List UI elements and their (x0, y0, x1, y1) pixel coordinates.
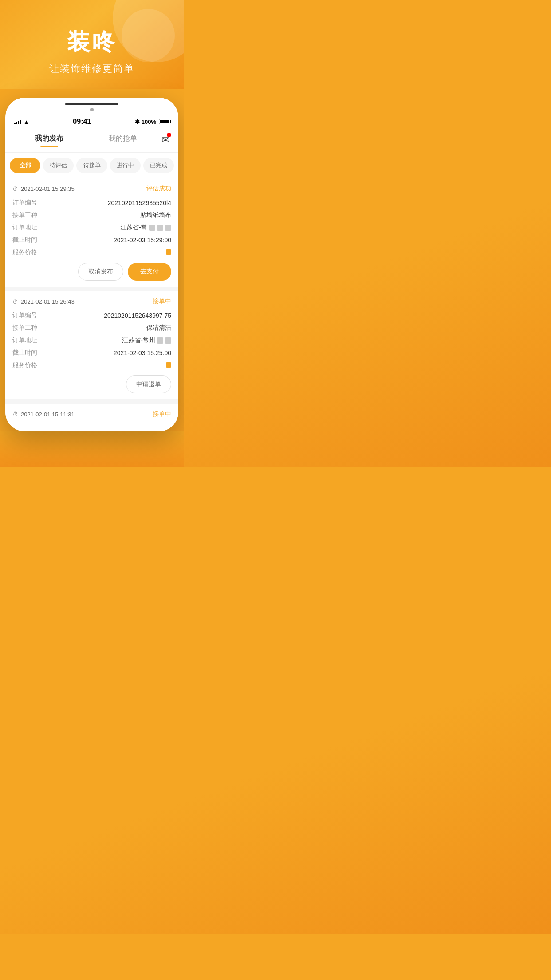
order-2-address-value: 江苏省-常州 (39, 336, 171, 344)
order-2-jobtype-value: 保洁清洁 (39, 324, 171, 332)
order-2-header: ⏱ 2021-02-01 15:26:43 接单中 (12, 297, 171, 305)
filter-tab-pending-order[interactable]: 待接单 (76, 158, 107, 173)
notch-bar (65, 103, 118, 105)
order-2-price-row: 服务价格 (12, 361, 171, 369)
blur-4 (157, 337, 163, 344)
filter-tab-pending-estimate[interactable]: 待评估 (43, 158, 74, 173)
orange-header: 装咚 让装饰维修更简单 (0, 0, 184, 89)
order-1-number-row: 订单编号 20210201152935520l4 (12, 199, 171, 207)
order-1-header: ⏱ 2021-02-01 15:29:35 评估成功 (12, 185, 171, 193)
phone-frame: ▲ 09:41 ✱ 100% 我的发布 我的抢单 ✉ 全部 待评估 待 (5, 98, 178, 431)
blur-1 (149, 225, 155, 231)
order-1-time: ⏱ 2021-02-01 15:29:35 (12, 186, 75, 192)
order-2-number-label: 订单编号 (12, 312, 39, 320)
phone-dot (90, 108, 94, 111)
filter-tabs: 全部 待评估 待接单 进行中 已完成 (5, 153, 178, 178)
order-1-time-text: 2021-02-01 15:29:35 (21, 186, 75, 192)
apply-refund-button[interactable]: 申请退单 (126, 375, 171, 393)
blur-3 (165, 225, 171, 231)
clock-icon-2: ⏱ (12, 298, 18, 305)
order-2-number-row: 订单编号 20210201152643997 75 (12, 312, 171, 320)
filter-tab-all[interactable]: 全部 (10, 158, 40, 173)
phone-wrapper: ▲ 09:41 ✱ 100% 我的发布 我的抢单 ✉ 全部 待评估 待 (0, 98, 184, 431)
order-3-time-text: 2021-02-01 15:11:31 (21, 411, 75, 418)
tab-header: 我的发布 我的抢单 ✉ (5, 128, 178, 153)
status-right: ✱ 100% (135, 119, 169, 125)
order-card-3: ⏱ 2021-02-01 15:11:31 接单中 (5, 404, 178, 427)
order-1-jobtype-row: 接单工种 贴墙纸墙布 (12, 211, 171, 219)
order-2-time: ⏱ 2021-02-01 15:26:43 (12, 298, 75, 305)
status-left: ▲ (14, 119, 29, 125)
order-3-time: ⏱ 2021-02-01 15:11:31 (12, 411, 75, 418)
order-2-status: 接单中 (153, 297, 171, 305)
battery-percent: 100% (142, 119, 156, 125)
order-1-price-value (39, 249, 171, 256)
order-1-actions: 取消发布 去支付 (12, 263, 171, 281)
status-bar: ▲ 09:41 ✱ 100% (5, 115, 178, 128)
order-2-jobtype-label: 接单工种 (12, 324, 39, 332)
tab-my-grab[interactable]: 我的抢单 (86, 134, 160, 147)
filter-tab-completed[interactable]: 已完成 (143, 158, 174, 173)
order-2-actions: 申请退单 (12, 375, 171, 393)
order-2-number-value: 20210201152643997 75 (39, 312, 171, 319)
price-dot-1 (166, 249, 171, 255)
battery-icon (159, 119, 169, 124)
order-2-address-label: 订单地址 (12, 336, 39, 344)
phone-notch (14, 103, 169, 105)
app-title: 装咚 (0, 27, 184, 58)
order-1-number-label: 订单编号 (12, 199, 39, 207)
order-2-deadline-label: 截止时间 (12, 349, 39, 357)
order-1-jobtype-label: 接单工种 (12, 211, 39, 219)
clock-icon-1: ⏱ (12, 186, 18, 192)
order-1-address-row: 订单地址 江苏省-常 (12, 224, 171, 232)
order-1-jobtype-value: 贴墙纸墙布 (39, 211, 171, 219)
order-1-deadline-value: 2021-02-03 15:29:00 (39, 237, 171, 244)
order-1-status: 评估成功 (146, 185, 171, 193)
order-3-header: ⏱ 2021-02-01 15:11:31 接单中 (12, 410, 171, 418)
tab-mail[interactable]: ✉ (160, 133, 171, 148)
order-card-1: ⏱ 2021-02-01 15:29:35 评估成功 订单编号 20210201… (5, 178, 178, 287)
order-2-time-text: 2021-02-01 15:26:43 (21, 298, 75, 305)
order-2-address-row: 订单地址 江苏省-常州 (12, 336, 171, 344)
order-3-status: 接单中 (153, 410, 171, 418)
orders-list: ⏱ 2021-02-01 15:29:35 评估成功 订单编号 20210201… (5, 178, 178, 427)
bluetooth-icon: ✱ (135, 119, 140, 125)
cancel-publish-button[interactable]: 取消发布 (78, 263, 123, 281)
order-2-price-value (39, 362, 171, 369)
order-card-2: ⏱ 2021-02-01 15:26:43 接单中 订单编号 202102011… (5, 291, 178, 399)
bottom-orange (0, 431, 184, 467)
order-1-deadline-label: 截止时间 (12, 236, 39, 244)
order-1-address-label: 订单地址 (12, 224, 39, 232)
phone-top (5, 98, 178, 111)
go-pay-button[interactable]: 去支付 (128, 263, 171, 281)
order-2-price-label: 服务价格 (12, 361, 39, 369)
status-time: 09:41 (73, 118, 91, 126)
order-2-deadline-value: 2021-02-03 15:25:00 (39, 349, 171, 356)
wifi-icon: ▲ (24, 119, 29, 125)
blur-5 (165, 337, 171, 344)
blur-2 (157, 225, 163, 231)
mail-badge (167, 133, 171, 137)
filter-tab-in-progress[interactable]: 进行中 (110, 158, 141, 173)
order-2-deadline-row: 截止时间 2021-02-03 15:25:00 (12, 349, 171, 357)
order-2-jobtype-row: 接单工种 保洁清洁 (12, 324, 171, 332)
order-1-number-value: 20210201152935520l4 (39, 199, 171, 206)
tab-my-publish[interactable]: 我的发布 (12, 134, 86, 147)
order-1-price-label: 服务价格 (12, 249, 39, 257)
order-1-price-row: 服务价格 (12, 249, 171, 257)
signal-icon (14, 119, 21, 124)
order-1-deadline-row: 截止时间 2021-02-03 15:29:00 (12, 236, 171, 244)
order-1-address-value: 江苏省-常 (39, 224, 171, 232)
app-subtitle: 让装饰维修更简单 (0, 62, 184, 75)
clock-icon-3: ⏱ (12, 411, 18, 418)
price-dot-2 (166, 362, 171, 368)
